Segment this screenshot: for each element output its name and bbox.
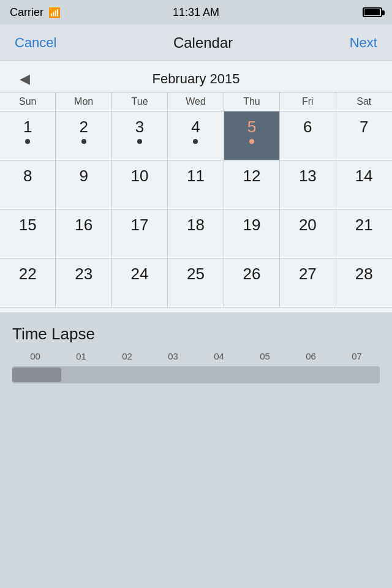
time-tick: 06 [288,351,334,361]
calendar-day[interactable]: 27 [280,258,336,307]
day-number: 9 [79,167,88,186]
calendar-day[interactable]: 24 [112,258,168,307]
wifi-icon: 📶 [48,7,61,18]
day-number: 20 [299,216,317,235]
day-number: 15 [19,216,37,235]
time-scrollbar-track[interactable] [12,366,380,383]
day-number: 18 [187,216,205,235]
event-dot [25,139,30,144]
calendar-day[interactable]: 15 [0,209,56,258]
calendar-day[interactable]: 3 [112,111,168,160]
event-dot [193,139,198,144]
calendar-day[interactable]: 25 [168,258,224,307]
day-number: 11 [187,167,205,186]
calendar-day[interactable]: 14 [336,160,392,209]
day-header: Wed [168,92,224,111]
calendar-day[interactable]: 8 [0,160,56,209]
calendar-day[interactable]: 23 [56,258,111,307]
day-number: 4 [191,118,200,137]
day-number: 27 [299,265,317,284]
day-header: Thu [224,92,280,111]
battery-icon [363,7,382,17]
calendar-day[interactable]: 9 [56,160,111,209]
time-tick: 03 [150,351,196,361]
calendar-day[interactable]: 16 [56,209,111,258]
day-headers: SunMonTueWedThuFriSat [0,92,392,111]
carrier-label: Carrier [10,6,43,19]
day-header: Fri [280,92,336,111]
day-number: 24 [131,265,149,284]
day-number: 14 [355,167,373,186]
prev-month-button[interactable]: ◀ [15,69,35,89]
time-tick: 01 [58,351,104,361]
time-ruler: 0001020304050607 [12,351,380,361]
cancel-button[interactable]: Cancel [12,31,59,55]
calendar-day[interactable]: 18 [168,209,224,258]
day-number: 16 [75,216,92,235]
time-tick: 02 [104,351,150,361]
day-number: 13 [299,167,317,186]
calendar-day[interactable]: 4 [168,111,224,160]
time-tick: 00 [12,351,58,361]
day-number: 7 [360,118,368,137]
next-button[interactable]: Next [347,31,380,55]
day-number: 21 [355,216,373,235]
day-number: 19 [243,216,260,235]
calendar-day[interactable]: 22 [0,258,56,307]
time-lapse-label: Time Lapse [12,325,380,344]
bottom-area: Time Lapse 0001020304050607 [0,312,392,383]
day-header: Sun [0,92,56,111]
day-number: 8 [23,167,32,186]
calendar: ◀ February 2015 SunMonTueWedThuFriSat 12… [0,61,392,312]
event-dot [249,139,254,144]
day-number: 3 [135,118,144,137]
calendar-day[interactable]: 26 [224,258,280,307]
calendar-day[interactable]: 10 [112,160,168,209]
status-left: Carrier 📶 [10,6,61,19]
calendar-day[interactable]: 6 [280,111,336,160]
time-tick: 04 [196,351,242,361]
month-header: ◀ February 2015 [0,61,392,92]
day-number: 1 [23,118,32,137]
day-number: 10 [131,167,149,186]
calendar-day[interactable]: 5 [224,111,280,160]
day-header: Sat [336,92,392,111]
event-dot [81,139,86,144]
day-header: Tue [112,92,168,111]
day-number: 5 [247,118,256,137]
day-number: 17 [131,216,149,235]
page-title: Calendar [173,34,233,51]
calendar-day[interactable]: 2 [56,111,111,160]
calendar-grid: 1234567891011121314151617181920212223242… [0,111,392,307]
status-time: 11:31 AM [173,6,219,19]
calendar-day[interactable]: 1 [0,111,56,160]
time-tick: 05 [242,351,288,361]
time-scrollbar-thumb[interactable] [12,368,61,382]
calendar-day[interactable]: 21 [336,209,392,258]
day-number: 23 [75,265,92,284]
calendar-day[interactable]: 11 [168,160,224,209]
calendar-day[interactable]: 12 [224,160,280,209]
calendar-day[interactable]: 7 [336,111,392,160]
day-number: 25 [187,265,205,284]
nav-bar: Cancel Calendar Next [0,24,392,61]
day-number: 2 [79,118,88,137]
event-dot [137,139,142,144]
calendar-day[interactable]: 28 [336,258,392,307]
calendar-day[interactable]: 13 [280,160,336,209]
day-number: 6 [303,118,312,137]
time-tick: 07 [334,351,380,361]
calendar-day[interactable]: 19 [224,209,280,258]
day-number: 26 [243,265,260,284]
day-number: 22 [19,265,37,284]
day-number: 28 [355,265,373,284]
status-bar: Carrier 📶 11:31 AM [0,0,392,24]
calendar-day[interactable]: 20 [280,209,336,258]
day-number: 12 [243,167,260,186]
month-title: February 2015 [152,71,239,87]
calendar-day[interactable]: 17 [112,209,168,258]
day-header: Mon [56,92,111,111]
